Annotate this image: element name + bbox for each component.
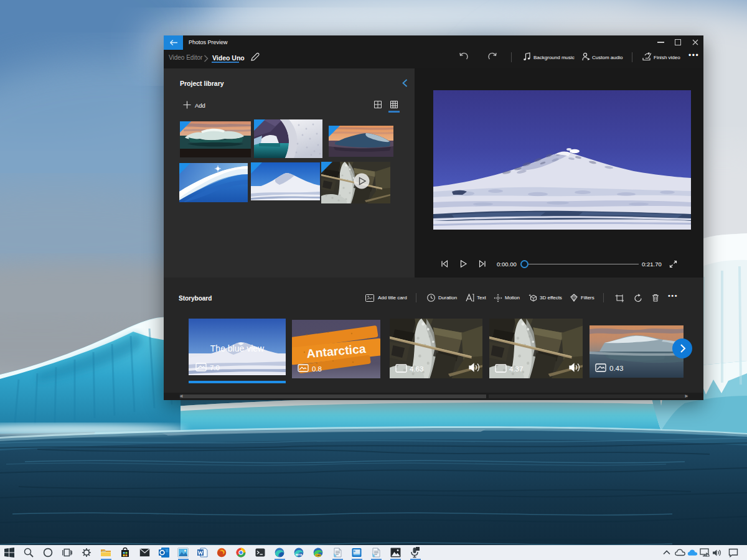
svg-text:7.0: 7.0 xyxy=(210,364,220,371)
svg-text:The blue view: The blue view xyxy=(210,343,265,353)
svg-text:0.8: 0.8 xyxy=(312,365,322,373)
svg-text:BETA: BETA xyxy=(296,553,303,556)
svg-text:4.37: 4.37 xyxy=(509,365,523,373)
svg-text:CAN: CAN xyxy=(316,554,321,557)
svg-text:0.43: 0.43 xyxy=(609,365,623,372)
svg-text:4.63: 4.63 xyxy=(410,365,423,373)
